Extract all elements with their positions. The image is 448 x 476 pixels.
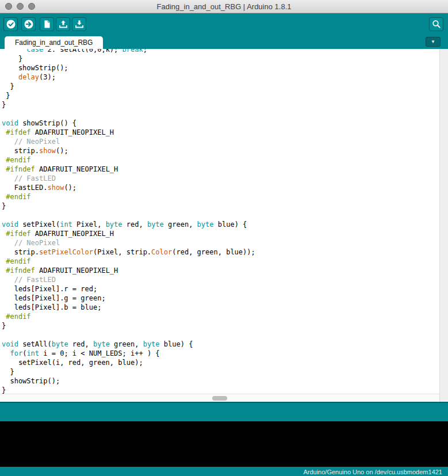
code-editor[interactable]: case 2: setAll(0,0,k); break; } showStri… bbox=[0, 49, 448, 402]
code-line bbox=[2, 109, 439, 119]
code-line: } bbox=[2, 367, 439, 376]
code-line: showStrip(); bbox=[2, 376, 439, 386]
code-line: strip.show(); bbox=[2, 146, 439, 155]
console-output bbox=[0, 421, 448, 467]
check-icon bbox=[6, 19, 16, 29]
code-line: #ifdef ADAFRUIT_NEOPIXEL_H bbox=[2, 229, 439, 238]
code-line: leds[Pixel].r = red; bbox=[2, 284, 439, 294]
chevron-down-icon: ▼ bbox=[431, 39, 435, 44]
code-line: // NeoPixel bbox=[2, 238, 439, 247]
code-line: void showStrip() { bbox=[2, 119, 439, 128]
code-line: case 2: setAll(0,0,k); break; bbox=[2, 49, 439, 54]
vertical-scrollbar[interactable] bbox=[439, 49, 448, 402]
status-bar: Arduino/Genuino Uno on /dev/cu.usbmodem1… bbox=[0, 467, 448, 476]
verify-button[interactable] bbox=[3, 17, 18, 31]
arrow-up-tray-icon bbox=[58, 19, 68, 29]
code-line: } bbox=[2, 54, 439, 63]
code-line: setPixel(i, red, green, blue); bbox=[2, 358, 439, 367]
code-line: // NeoPixel bbox=[2, 137, 439, 146]
tab-bar: Fading_in_and_out_RBG ▼ bbox=[0, 35, 448, 49]
code-line: #endif bbox=[2, 192, 439, 201]
upload-button[interactable] bbox=[21, 17, 36, 31]
code-line: } bbox=[2, 82, 439, 91]
new-sketch-button[interactable] bbox=[40, 17, 54, 31]
tab-sketch-label: Fading_in_and_out_RBG bbox=[15, 39, 93, 47]
console-resize-divider[interactable] bbox=[0, 402, 448, 421]
board-port-label: Arduino/Genuino Uno on /dev/cu.usbmodem1… bbox=[303, 469, 442, 475]
tab-sketch[interactable]: Fading_in_and_out_RBG bbox=[5, 36, 103, 49]
horizontal-scrollbar-thumb[interactable] bbox=[212, 396, 227, 401]
open-sketch-button[interactable] bbox=[56, 17, 70, 31]
code-line: #endif bbox=[2, 257, 439, 266]
code-line: } bbox=[2, 386, 439, 394]
code-line: leds[Pixel].g = green; bbox=[2, 294, 439, 303]
code-line: } bbox=[2, 100, 439, 109]
arrow-right-icon bbox=[24, 19, 34, 29]
code-line: // FastLED bbox=[2, 174, 439, 183]
code-line: #endif bbox=[2, 312, 439, 321]
code-line: FastLED.show(); bbox=[2, 183, 439, 192]
code-line: #ifndef ADAFRUIT_NEOPIXEL_H bbox=[2, 165, 439, 174]
code-line: void setPixel(int Pixel, byte red, byte … bbox=[2, 220, 439, 229]
code-line: // FastLED bbox=[2, 275, 439, 284]
window-controls bbox=[5, 0, 35, 13]
code-line: } bbox=[2, 321, 439, 330]
toolbar bbox=[0, 13, 448, 35]
code-line: void setAll(byte red, byte green, byte b… bbox=[2, 340, 439, 349]
titlebar: Fading_in_and_out_RBG | Arduino 1.8.1 bbox=[0, 0, 448, 13]
code-line: } bbox=[2, 201, 439, 211]
zoom-window-button[interactable] bbox=[28, 3, 35, 10]
code-line: #ifndef ADAFRUIT_NEOPIXEL_H bbox=[2, 266, 439, 275]
serial-monitor-button[interactable] bbox=[429, 17, 443, 31]
minimize-window-button[interactable] bbox=[17, 3, 24, 10]
code-line bbox=[2, 330, 439, 340]
code-line: leds[Pixel].b = blue; bbox=[2, 303, 439, 312]
save-sketch-button[interactable] bbox=[72, 17, 86, 31]
magnifier-icon bbox=[431, 19, 442, 29]
horizontal-scrollbar[interactable] bbox=[0, 394, 439, 402]
code-line: for(int i = 0; i < NUM_LEDS; i++ ) { bbox=[2, 349, 439, 358]
tab-menu-button[interactable]: ▼ bbox=[426, 37, 441, 47]
code-line: #endif bbox=[2, 155, 439, 165]
code-line: showStrip(); bbox=[2, 63, 439, 73]
arduino-ide-window: Fading_in_and_out_RBG | Arduino 1.8.1 bbox=[0, 0, 448, 476]
window-title: Fading_in_and_out_RBG | Arduino 1.8.1 bbox=[157, 2, 292, 11]
code-line: } bbox=[2, 91, 439, 100]
arrow-down-tray-icon bbox=[74, 19, 85, 29]
code-line: delay(3); bbox=[2, 73, 439, 82]
code-line: strip.setPixelColor(Pixel, strip.Color(r… bbox=[2, 247, 439, 257]
document-icon bbox=[42, 19, 52, 29]
close-window-button[interactable] bbox=[5, 3, 12, 10]
code-content[interactable]: case 2: setAll(0,0,k); break; } showStri… bbox=[0, 49, 439, 394]
code-line: #ifdef ADAFRUIT_NEOPIXEL_H bbox=[2, 128, 439, 137]
code-line bbox=[2, 211, 439, 220]
